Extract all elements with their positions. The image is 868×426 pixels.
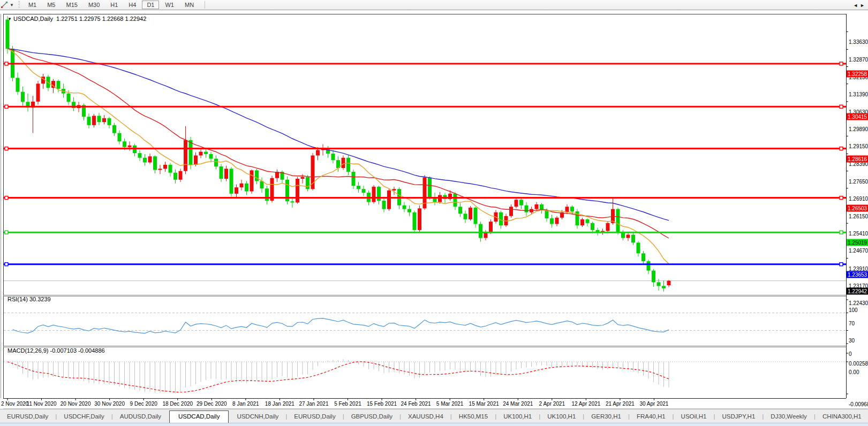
timeframe-button-h4[interactable]: H4 <box>124 1 141 9</box>
price-axis-tick: 1.33630 <box>849 39 868 45</box>
line-studies-icon[interactable] <box>1 1 9 9</box>
toolbar-grip[interactable] <box>18 1 20 9</box>
price-axis-tick: 1.22430 <box>849 300 868 306</box>
chart-tab-usdchf[interactable]: USDCHF,Daily <box>57 411 111 422</box>
chart-window[interactable]: ▼ USDCAD,Daily 1.22751 1.22975 1.22668 1… <box>0 10 868 409</box>
date-axis-tick[interactable]: 18 Dec 2020 <box>162 401 193 407</box>
date-axis-tick[interactable]: 5 Mar 2021 <box>436 401 464 407</box>
toolbar-separator <box>205 1 205 9</box>
date-axis-tick[interactable]: 2 Apr 2021 <box>539 401 565 407</box>
timeframe-button-h1[interactable]: H1 <box>105 1 123 9</box>
ohlc-values: 1.22751 1.22975 1.22668 1.22942 <box>56 16 146 22</box>
price-level-label: 1.28616 <box>847 155 868 162</box>
rsi-axis-tick: 30 <box>849 338 855 344</box>
rsi-line <box>13 318 669 333</box>
timeframe-button-mn[interactable]: MN <box>180 1 199 9</box>
price-level-label: 1.25019 <box>847 239 868 246</box>
chart-tab-fra40[interactable]: FRA40,H1 <box>630 411 673 422</box>
chart-tab-xauusd[interactable]: XAUUSD,H4 <box>401 411 450 422</box>
price-level-label: 1.32258 <box>847 70 868 77</box>
chart-tab-eurusd[interactable]: EURUSD,Daily <box>0 411 55 422</box>
date-axis-tick[interactable]: 15 Feb 2021 <box>367 401 397 407</box>
date-axis-tick[interactable]: 8 Jan 2021 <box>232 401 259 407</box>
date-axis-tick[interactable]: 15 Mar 2021 <box>469 401 499 407</box>
date-axis-tick[interactable]: 24 Mar 2021 <box>503 401 533 407</box>
horizontal-level-line[interactable] <box>4 105 846 108</box>
price-axis-tick: 1.27650 <box>849 178 868 184</box>
price-axis-tick: 1.26910 <box>849 195 868 201</box>
date-axis-tick[interactable]: 24 Feb 2021 <box>401 401 431 407</box>
timeframe-button-m15[interactable]: M15 <box>61 1 82 9</box>
price-axis-tick: 1.25410 <box>849 231 868 237</box>
chart-tab-bar: EURUSD,Daily|USDCHF,Daily|AUDUSD,DailyUS… <box>0 409 868 423</box>
horizontal-level-line[interactable] <box>4 231 846 234</box>
price-level-label: 1.26503 <box>847 204 868 211</box>
chart-tab-hk50[interactable]: HK50,M15 <box>452 411 495 422</box>
chart-tab-gbpusd[interactable]: GBPUSD,Daily <box>344 411 399 422</box>
chart-tab-usdcnh[interactable]: USDCNH,Daily <box>230 411 285 422</box>
current-price-label: 1.22942 <box>847 287 868 294</box>
timeframe-button-d1[interactable]: D1 <box>142 1 159 9</box>
chart-tab-uk100[interactable]: UK100,H1 <box>540 411 583 422</box>
tab-scroll-right-icon[interactable]: ► <box>860 3 867 8</box>
price-level-label: 1.23653 <box>847 271 868 278</box>
chart-canvas[interactable] <box>0 10 868 409</box>
timeframe-toolbar: ▼ M1M5M15M30H1H4D1W1MN <box>0 0 868 10</box>
date-axis-tick[interactable]: 20 Nov 2020 <box>61 401 91 407</box>
collapse-triangle-icon[interactable]: ▼ <box>7 17 12 21</box>
dropdown-caret-icon[interactable]: ▼ <box>10 3 14 7</box>
timeframe-button-m30[interactable]: M30 <box>84 1 104 9</box>
ma-slow-line <box>7 49 669 220</box>
timeframe-button-w1[interactable]: W1 <box>160 1 179 9</box>
timeframe-buttons: M1M5M15M30H1H4D1W1MN <box>23 1 199 9</box>
date-axis-tick[interactable]: 5 Feb 2021 <box>334 401 361 407</box>
ma-fast-line <box>7 49 669 264</box>
symbol-label: USDCAD,Daily <box>13 16 53 22</box>
date-axis-tick[interactable]: 21 Apr 2021 <box>606 401 635 407</box>
tab-scroll-left-icon[interactable]: ◄ <box>853 3 860 8</box>
macd-signal-line <box>7 362 669 392</box>
timeframe-button-m5[interactable]: M5 <box>42 1 60 9</box>
date-axis-tick[interactable]: 29 Dec 2020 <box>197 401 227 407</box>
date-axis-tick[interactable]: 18 Jan 2021 <box>265 401 295 407</box>
macd-histogram <box>7 359 669 393</box>
date-axis-tick[interactable]: 11 Nov 2020 <box>27 401 57 407</box>
chart-tab-dj30[interactable]: DJ30,Weekly <box>764 411 814 422</box>
chart-tab-usdcad[interactable]: USDCAD,Daily <box>169 410 229 423</box>
price-axis-tick: 1.29150 <box>849 143 868 149</box>
date-axis-tick[interactable]: 30 Apr 2021 <box>639 401 668 407</box>
macd-axis-tick: -0.00968 <box>849 401 868 407</box>
rsi-axis-tick: 0 <box>849 351 852 357</box>
date-axis-tick[interactable]: 27 Jan 2021 <box>299 401 328 407</box>
price-axis-tick: 1.26150 <box>849 213 868 219</box>
price-axis-tick: 1.24670 <box>849 248 868 254</box>
horizontal-level-line[interactable] <box>4 147 846 150</box>
date-axis-tick[interactable]: 12 Apr 2021 <box>571 401 600 407</box>
price-level-label: 1.30415 <box>847 113 868 120</box>
chart-tab-ger30[interactable]: GER30,H1 <box>584 411 628 422</box>
chart-tab-uk100[interactable]: UK100,H1 <box>496 411 539 422</box>
date-axis-tick[interactable]: 9 Dec 2020 <box>130 401 157 407</box>
ma-mid-line <box>7 49 669 238</box>
rsi-label: RSI(14) 30.3239 <box>7 296 51 302</box>
macd-axis-tick: 0.00258 <box>849 361 868 367</box>
chart-symbol-ohlc: ▼ USDCAD,Daily 1.22751 1.22975 1.22668 1… <box>7 16 146 22</box>
rsi-axis-tick: 70 <box>849 320 855 326</box>
macd-label: MACD(12,26,9) -0.007103 -0.004886 <box>7 347 105 354</box>
tab-scroll-arrows: ◄► <box>853 3 867 8</box>
chart-tab-usoil[interactable]: USOil,H1 <box>674 411 714 422</box>
horizontal-level-line[interactable] <box>4 263 846 266</box>
date-axis-tick[interactable]: 30 Nov 2020 <box>94 401 125 407</box>
date-axis-tick[interactable]: 2 Nov 2020 <box>1 401 28 407</box>
rsi-axis-tick: 100 <box>849 307 858 313</box>
horizontal-level-line[interactable] <box>4 62 846 65</box>
status-bar <box>0 423 868 426</box>
chart-tab-eurusd[interactable]: EURUSD,Daily <box>287 411 342 422</box>
timeframe-button-m1[interactable]: M1 <box>24 1 41 9</box>
price-axis-tick: 1.32870 <box>849 57 868 63</box>
chart-tab-china300[interactable]: CHINA300,H1 <box>816 411 868 422</box>
macd-axis-tick: 0.00 <box>849 369 859 375</box>
price-axis-tick: 1.31390 <box>849 91 868 97</box>
chart-tab-audusd[interactable]: AUDUSD,Daily <box>113 411 168 422</box>
chart-tab-usdjpy[interactable]: USDJPY,H1 <box>715 411 763 422</box>
